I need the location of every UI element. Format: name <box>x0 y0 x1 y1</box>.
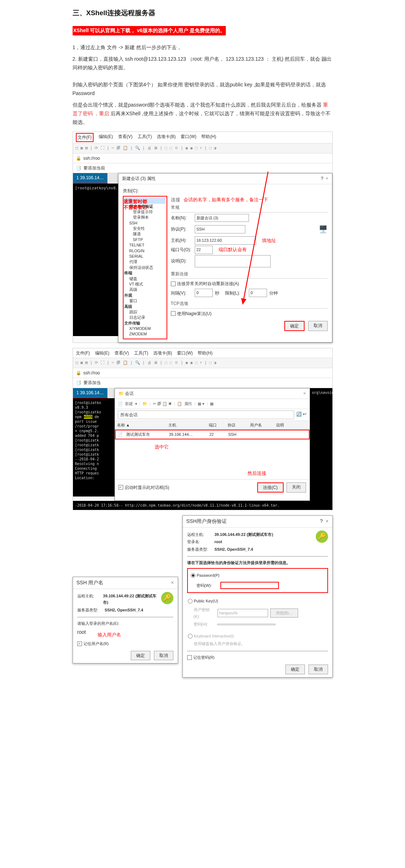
menu-bar: 文件(F) 编辑(E) 查看(V) 工具(T) 选项卡(B) 窗口(W) 帮助(… <box>73 132 332 143</box>
ssh-username-dialog: SSH 用户名 × 远程主机:39.106.144.49:22 (测试测试车市)… <box>73 577 178 664</box>
refresh-icon[interactable]: 🔄 ↩ <box>296 411 306 419</box>
sessions-dialog: 📁 会话 × 📄 新建 ▾ | 📁 | ✂ 🗐 📋 ✖ | 📋 属性 | ▦ ▾… <box>115 388 310 501</box>
password-radio[interactable] <box>191 573 195 578</box>
passphrase-input[interactable] <box>217 624 275 625</box>
terminal-right: org\navoid\n\ne_modu\n\n\n.1-li\n.tar. <box>310 388 332 501</box>
step-2: 2. 新建窗口，直接输入 ssh root@123.123.123.123 （r… <box>73 55 333 72</box>
password-option-box: Password(P) 密码(W): <box>187 568 328 593</box>
terminal-2: [root@izatkov8.9.3[root@izatkonpm WARN d… <box>73 398 115 497</box>
screenshot-1: 文件(F) 编辑(E) 查看(V) 工具(T) 选项卡(B) 窗口(W) 帮助(… <box>73 132 333 343</box>
publickey-radio[interactable] <box>188 599 193 603</box>
annotation-select: 选中它 <box>155 443 169 451</box>
annotation-conn: 连接 <box>171 197 180 202</box>
close-icon[interactable]: × <box>171 579 174 587</box>
section-heading: 三、XShell连接远程服务器 <box>73 7 333 19</box>
cancel-button[interactable]: 取消 <box>154 651 173 660</box>
ok-button[interactable]: 确定 <box>284 321 305 331</box>
session-tab[interactable]: 1 39.106.14… <box>73 388 108 398</box>
cancel-button[interactable]: 取消 <box>308 321 328 331</box>
list-header: 名称 ▲ 主机 端口 协议 用户名 说明 <box>115 421 310 430</box>
terminal-bottom: -2018-04-20 17:16:58-- http://cdn.npm.ta… <box>73 501 332 510</box>
remember-user-checkbox[interactable]: ✓ <box>77 641 82 646</box>
cancel-button[interactable]: 取消 <box>309 665 328 674</box>
username-input[interactable]: root <box>77 628 173 637</box>
menu-view[interactable]: 查看(V) <box>118 133 133 142</box>
ok-button[interactable]: 确定 <box>285 665 305 674</box>
close-button[interactable]: 关闭 <box>286 482 306 493</box>
new-session-dialog: 新建会话 (3) 属性 ? × 类别(C): 连接 用户身份验证 登录提示符 登… <box>118 173 332 343</box>
lock-icon: 🔒 <box>76 155 81 162</box>
user-key-select[interactable]: hanguozhi <box>217 609 268 617</box>
menu-tab[interactable]: 选项卡(B) <box>157 133 176 142</box>
sessions-toolbar: 📄 新建 ▾ | 📁 | ✂ 🗐 📋 ✖ | 📋 属性 | ▦ ▾ | ▦ <box>115 399 310 409</box>
ssh-auth-dialog: SSH用户身份验证 ? × 远程主机:39.106.144.49:22 (测试测… <box>182 515 333 678</box>
step-1: 1，通过左上角 文件 -> 新建 然后一步步的下去， <box>73 43 333 52</box>
session-tab-1[interactable]: 1 39.106.14… <box>73 173 108 183</box>
dialog-title: 新建会话 (3) 属性 <box>122 175 156 182</box>
show-startup-checkbox[interactable]: ✓ <box>119 485 123 490</box>
session-tabs: 1 39.106.14… <box>73 173 118 183</box>
menu-window[interactable]: 窗口(W) <box>181 133 196 142</box>
category-label: 类别(C): <box>123 187 328 194</box>
screenshot-2: 文件(F)编辑(E)查看(V)工具(T)选项卡(B)窗口(W)帮助(H) □ ▣… <box>73 348 333 510</box>
annotation-name: 会话的名字，如果有多个服务，备注一下 <box>184 197 268 202</box>
close-icon[interactable]: × <box>326 518 328 524</box>
menu-tool[interactable]: 工具(T) <box>138 133 152 142</box>
keyboard-radio[interactable] <box>188 634 193 639</box>
toolbar-icons: □ ▣ ▤ | ⟳ ⛶ | ✂ 🗐 📋 | 🔍 | 🖨 🖥 | ⬚ ⬚ ⛭ | … <box>73 143 332 154</box>
terminal-left: [root@izatkoy\nv8.9.3\n[root@izatkoy\nnp… <box>73 184 118 336</box>
connect-button[interactable]: 连接(C) <box>257 482 284 493</box>
close-icon[interactable]: × <box>326 176 328 181</box>
menu-help[interactable]: 帮助(H) <box>201 133 216 142</box>
annotation-tree: 这里暂时都不需要管它 <box>124 199 149 210</box>
quick-bar: 📑 要添加当前 <box>73 163 332 173</box>
remember-pw-checkbox[interactable] <box>187 655 192 660</box>
port-input[interactable]: 22 <box>195 246 213 254</box>
session-row[interactable]: 📄 测试测试车市 39.106.144… 22 SSH <box>115 430 310 439</box>
category-tree[interactable]: 连接 用户身份验证 登录提示符 登录脚本 SSH 安全性 隧道 SFTP TEL… <box>123 196 167 339</box>
reconnect-checkbox[interactable] <box>171 282 176 286</box>
address-path[interactable]: ssh://roo <box>83 155 100 162</box>
desc-input[interactable] <box>195 255 271 267</box>
address-bar: 🔒 ssh://roo <box>73 154 332 163</box>
dialog-help-icon[interactable]: ? <box>321 176 323 181</box>
session-name-input[interactable]: 新建会话 (3) <box>195 214 249 222</box>
annotation-connect: 然后连接 <box>247 469 266 477</box>
paragraph-reset: 但是会出现个情况，就是password那个选项不能选，这个我也不知道什么原因，然… <box>73 101 333 126</box>
browse-button[interactable]: 浏览(B)… <box>270 609 298 618</box>
protocol-select[interactable]: SSH <box>195 225 245 233</box>
nagle-checkbox[interactable] <box>171 311 176 316</box>
host-input[interactable]: 18.123.122.60 <box>195 236 256 245</box>
key-user-icon: 🔑 <box>161 592 173 604</box>
intro-highlight: XShell 可以从官网上下载， v6版本的选择个人用户 是免费使用的。 <box>73 26 226 35</box>
password-input[interactable] <box>220 582 279 589</box>
menu-edit[interactable]: 编辑(E) <box>99 133 113 142</box>
ok-button[interactable]: 确定 <box>131 651 150 660</box>
key-user-icon: 🔑 <box>316 530 328 543</box>
close-icon[interactable]: × <box>303 390 306 397</box>
paragraph-pw: 到输入密码的那个页面（下图第4个） 如果你使用 密钥登录的话，就选public … <box>73 81 333 98</box>
path-box[interactable]: 所有会话 <box>118 411 294 419</box>
dialog-help-icon[interactable]: ? <box>320 518 323 524</box>
menu-file[interactable]: 文件(F) <box>76 133 94 142</box>
